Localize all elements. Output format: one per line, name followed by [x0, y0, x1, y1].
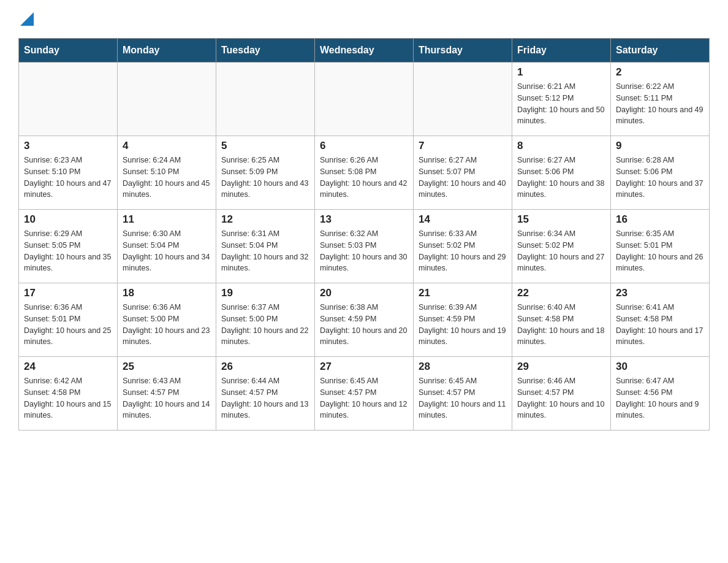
day-info: Sunrise: 6:30 AMSunset: 5:04 PMDaylight:… — [123, 228, 211, 274]
day-number: 12 — [221, 213, 309, 226]
day-number: 23 — [616, 287, 704, 299]
col-monday: Monday — [118, 39, 216, 63]
day-info: Sunrise: 6:21 AMSunset: 5:12 PMDaylight:… — [517, 81, 605, 127]
table-row: 7Sunrise: 6:27 AMSunset: 5:07 PMDaylight… — [414, 136, 512, 210]
day-number: 22 — [517, 287, 605, 299]
table-row: 5Sunrise: 6:25 AMSunset: 5:09 PMDaylight… — [216, 136, 315, 210]
col-tuesday: Tuesday — [216, 39, 315, 63]
table-row: 2Sunrise: 6:22 AMSunset: 5:11 PMDaylight… — [611, 63, 710, 136]
day-info: Sunrise: 6:46 AMSunset: 4:57 PMDaylight:… — [517, 375, 605, 421]
day-number: 29 — [517, 361, 605, 373]
table-row: 30Sunrise: 6:47 AMSunset: 4:56 PMDayligh… — [611, 357, 710, 431]
day-number: 2 — [616, 66, 704, 79]
day-info: Sunrise: 6:27 AMSunset: 5:07 PMDaylight:… — [419, 155, 507, 201]
table-row — [118, 63, 216, 136]
logo — [18, 12, 34, 28]
day-number: 9 — [616, 140, 704, 152]
day-number: 15 — [517, 213, 605, 226]
day-info: Sunrise: 6:37 AMSunset: 5:00 PMDaylight:… — [221, 302, 309, 348]
day-info: Sunrise: 6:39 AMSunset: 4:59 PMDaylight:… — [419, 302, 507, 348]
day-number: 1 — [517, 66, 605, 79]
table-row: 14Sunrise: 6:33 AMSunset: 5:02 PMDayligh… — [414, 210, 512, 283]
table-row: 4Sunrise: 6:24 AMSunset: 5:10 PMDaylight… — [118, 136, 216, 210]
day-number: 3 — [24, 140, 112, 152]
day-info: Sunrise: 6:35 AMSunset: 5:01 PMDaylight:… — [616, 228, 704, 274]
day-number: 27 — [320, 361, 408, 373]
day-info: Sunrise: 6:23 AMSunset: 5:10 PMDaylight:… — [24, 155, 112, 201]
table-row: 15Sunrise: 6:34 AMSunset: 5:02 PMDayligh… — [512, 210, 611, 283]
day-number: 21 — [419, 287, 507, 299]
day-info: Sunrise: 6:24 AMSunset: 5:10 PMDaylight:… — [123, 155, 211, 201]
table-row: 1Sunrise: 6:21 AMSunset: 5:12 PMDaylight… — [512, 63, 611, 136]
day-info: Sunrise: 6:43 AMSunset: 4:57 PMDaylight:… — [123, 375, 211, 421]
table-row: 10Sunrise: 6:29 AMSunset: 5:05 PMDayligh… — [19, 210, 118, 283]
table-row: 23Sunrise: 6:41 AMSunset: 4:58 PMDayligh… — [611, 283, 710, 357]
calendar-week-row: 3Sunrise: 6:23 AMSunset: 5:10 PMDaylight… — [19, 136, 710, 210]
day-info: Sunrise: 6:36 AMSunset: 5:00 PMDaylight:… — [123, 302, 211, 348]
day-number: 25 — [123, 361, 211, 373]
calendar-week-row: 24Sunrise: 6:42 AMSunset: 4:58 PMDayligh… — [19, 357, 710, 431]
day-number: 30 — [616, 361, 704, 373]
table-row: 20Sunrise: 6:38 AMSunset: 4:59 PMDayligh… — [315, 283, 414, 357]
day-info: Sunrise: 6:32 AMSunset: 5:03 PMDaylight:… — [320, 228, 408, 274]
day-number: 5 — [221, 140, 309, 152]
day-number: 4 — [123, 140, 211, 152]
day-info: Sunrise: 6:40 AMSunset: 4:58 PMDaylight:… — [517, 302, 605, 348]
table-row — [414, 63, 512, 136]
day-info: Sunrise: 6:41 AMSunset: 4:58 PMDaylight:… — [616, 302, 704, 348]
table-row: 22Sunrise: 6:40 AMSunset: 4:58 PMDayligh… — [512, 283, 611, 357]
col-sunday: Sunday — [19, 39, 118, 63]
calendar-week-row: 1Sunrise: 6:21 AMSunset: 5:12 PMDaylight… — [19, 63, 710, 136]
day-info: Sunrise: 6:26 AMSunset: 5:08 PMDaylight:… — [320, 155, 408, 201]
day-number: 14 — [419, 213, 507, 226]
day-info: Sunrise: 6:28 AMSunset: 5:06 PMDaylight:… — [616, 155, 704, 201]
table-row: 17Sunrise: 6:36 AMSunset: 5:01 PMDayligh… — [19, 283, 118, 357]
page-header — [18, 12, 710, 28]
col-wednesday: Wednesday — [315, 39, 414, 63]
day-info: Sunrise: 6:31 AMSunset: 5:04 PMDaylight:… — [221, 228, 309, 274]
table-row: 21Sunrise: 6:39 AMSunset: 4:59 PMDayligh… — [414, 283, 512, 357]
day-number: 24 — [24, 361, 112, 373]
day-number: 16 — [616, 213, 704, 226]
table-row — [216, 63, 315, 136]
table-row: 26Sunrise: 6:44 AMSunset: 4:57 PMDayligh… — [216, 357, 315, 431]
calendar-week-row: 17Sunrise: 6:36 AMSunset: 5:01 PMDayligh… — [19, 283, 710, 357]
table-row: 24Sunrise: 6:42 AMSunset: 4:58 PMDayligh… — [19, 357, 118, 431]
table-row: 19Sunrise: 6:37 AMSunset: 5:00 PMDayligh… — [216, 283, 315, 357]
day-info: Sunrise: 6:44 AMSunset: 4:57 PMDaylight:… — [221, 375, 309, 421]
day-info: Sunrise: 6:45 AMSunset: 4:57 PMDaylight:… — [320, 375, 408, 421]
table-row: 18Sunrise: 6:36 AMSunset: 5:00 PMDayligh… — [118, 283, 216, 357]
table-row: 13Sunrise: 6:32 AMSunset: 5:03 PMDayligh… — [315, 210, 414, 283]
col-friday: Friday — [512, 39, 611, 63]
day-info: Sunrise: 6:22 AMSunset: 5:11 PMDaylight:… — [616, 81, 704, 127]
table-row: 9Sunrise: 6:28 AMSunset: 5:06 PMDaylight… — [611, 136, 710, 210]
day-number: 28 — [419, 361, 507, 373]
col-thursday: Thursday — [414, 39, 512, 63]
svg-marker-0 — [20, 12, 34, 26]
day-number: 20 — [320, 287, 408, 299]
calendar-week-row: 10Sunrise: 6:29 AMSunset: 5:05 PMDayligh… — [19, 210, 710, 283]
table-row: 6Sunrise: 6:26 AMSunset: 5:08 PMDaylight… — [315, 136, 414, 210]
day-number: 8 — [517, 140, 605, 152]
day-info: Sunrise: 6:34 AMSunset: 5:02 PMDaylight:… — [517, 228, 605, 274]
table-row — [19, 63, 118, 136]
day-number: 7 — [419, 140, 507, 152]
day-info: Sunrise: 6:45 AMSunset: 4:57 PMDaylight:… — [419, 375, 507, 421]
table-row: 16Sunrise: 6:35 AMSunset: 5:01 PMDayligh… — [611, 210, 710, 283]
day-number: 13 — [320, 213, 408, 226]
calendar-table: Sunday Monday Tuesday Wednesday Thursday… — [18, 38, 710, 431]
day-number: 19 — [221, 287, 309, 299]
table-row: 27Sunrise: 6:45 AMSunset: 4:57 PMDayligh… — [315, 357, 414, 431]
table-row: 3Sunrise: 6:23 AMSunset: 5:10 PMDaylight… — [19, 136, 118, 210]
calendar-header-row: Sunday Monday Tuesday Wednesday Thursday… — [19, 39, 710, 63]
day-number: 18 — [123, 287, 211, 299]
day-info: Sunrise: 6:42 AMSunset: 4:58 PMDaylight:… — [24, 375, 112, 421]
day-info: Sunrise: 6:36 AMSunset: 5:01 PMDaylight:… — [24, 302, 112, 348]
col-saturday: Saturday — [611, 39, 710, 63]
table-row: 25Sunrise: 6:43 AMSunset: 4:57 PMDayligh… — [118, 357, 216, 431]
day-info: Sunrise: 6:25 AMSunset: 5:09 PMDaylight:… — [221, 155, 309, 201]
table-row — [315, 63, 414, 136]
table-row: 8Sunrise: 6:27 AMSunset: 5:06 PMDaylight… — [512, 136, 611, 210]
day-number: 6 — [320, 140, 408, 152]
day-info: Sunrise: 6:33 AMSunset: 5:02 PMDaylight:… — [419, 228, 507, 274]
